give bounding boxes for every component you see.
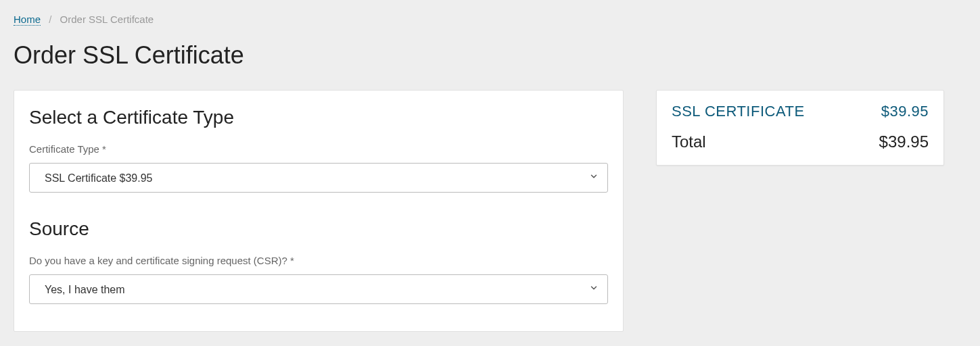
cert-type-heading: Select a Certificate Type bbox=[29, 107, 608, 128]
summary-item-label: SSL CERTIFICATE bbox=[672, 103, 805, 120]
page-title: Order SSL Certificate bbox=[14, 41, 966, 70]
source-label: Do you have a key and certificate signin… bbox=[29, 255, 608, 266]
summary-total-price: $39.95 bbox=[879, 132, 929, 151]
order-summary-card: SSL CERTIFICATE $39.95 Total $39.95 bbox=[656, 90, 944, 166]
summary-item-price: $39.95 bbox=[881, 103, 929, 120]
cert-type-label: Certificate Type * bbox=[29, 143, 608, 155]
summary-item-row: SSL CERTIFICATE $39.95 bbox=[672, 103, 929, 120]
breadcrumb-home-link[interactable]: Home bbox=[14, 14, 41, 26]
source-select[interactable]: Yes, I have them bbox=[29, 274, 608, 304]
summary-total-row: Total $39.95 bbox=[672, 132, 929, 151]
order-form-card: Select a Certificate Type Certificate Ty… bbox=[14, 90, 624, 332]
breadcrumb-current: Order SSL Certifcate bbox=[60, 14, 154, 25]
summary-total-label: Total bbox=[672, 132, 706, 151]
source-heading: Source bbox=[29, 218, 608, 240]
breadcrumb: Home / Order SSL Certifcate bbox=[14, 14, 966, 25]
breadcrumb-separator: / bbox=[49, 14, 51, 25]
cert-type-select[interactable]: SSL Certificate $39.95 bbox=[29, 163, 608, 193]
